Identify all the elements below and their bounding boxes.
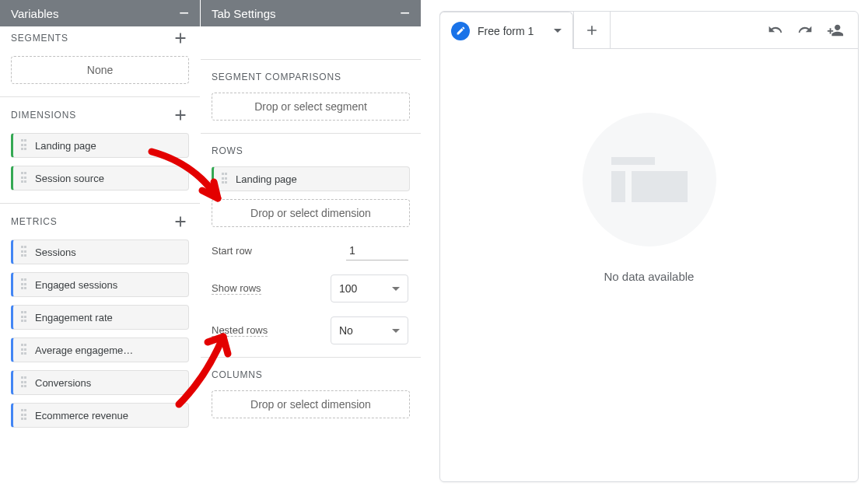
metrics-title: METRICS <box>11 216 58 227</box>
empty-illustration-icon <box>583 113 716 247</box>
nested-rows-label: Nested rows <box>212 324 268 337</box>
drag-handle-icon[interactable] <box>21 278 29 291</box>
drag-handle-icon[interactable] <box>21 172 29 184</box>
add-metric-button[interactable] <box>172 213 189 230</box>
share-user-icon[interactable] <box>827 22 844 39</box>
segments-section: SEGMENTS None <box>0 26 200 87</box>
drag-handle-icon[interactable] <box>21 311 29 323</box>
variables-title: Variables <box>11 7 58 20</box>
show-rows-value: 100 <box>339 282 357 295</box>
chip-label: Average engageme… <box>35 344 133 356</box>
report-canvas: Free form 1 No data available <box>439 11 859 482</box>
chip-label: Sessions <box>35 247 76 258</box>
metric-chip[interactable]: Engagement rate <box>11 305 189 330</box>
variables-header: Variables − <box>0 0 200 26</box>
add-segment-button[interactable] <box>172 30 189 47</box>
dimension-chip[interactable]: Landing page <box>11 133 189 158</box>
drag-handle-icon[interactable] <box>222 173 229 185</box>
segments-none: None <box>11 56 189 84</box>
active-tab[interactable]: Free form 1 <box>439 12 573 49</box>
rows-title: ROWS <box>212 145 243 156</box>
chip-label: Session source <box>35 173 104 184</box>
metric-chip[interactable]: Ecommerce revenue <box>11 403 189 428</box>
nested-rows-value: No <box>339 324 353 337</box>
start-row-input[interactable] <box>346 241 408 260</box>
chip-label: Engaged sessions <box>35 279 117 291</box>
row-dimension-chip[interactable]: Landing page <box>212 166 410 191</box>
drag-handle-icon[interactable] <box>21 246 29 258</box>
empty-state-message: No data available <box>604 270 695 283</box>
segment-dropzone[interactable]: Drop or select segment <box>212 93 410 121</box>
redo-icon[interactable] <box>797 22 813 37</box>
row-dimension-dropzone[interactable]: Drop or select dimension <box>212 199 410 227</box>
metric-chip[interactable]: Engaged sessions <box>11 272 189 297</box>
edit-icon[interactable] <box>451 22 470 40</box>
segment-comparisons-title: SEGMENT COMPARISONS <box>212 72 341 82</box>
start-row-label: Start row <box>212 245 252 257</box>
chevron-down-icon <box>392 287 400 291</box>
metrics-section: METRICS Sessions Engaged sessions Engage… <box>0 204 200 431</box>
metric-chip[interactable]: Sessions <box>11 240 189 264</box>
metric-chip[interactable]: Average engageme… <box>11 337 189 362</box>
show-rows-select[interactable]: 100 <box>331 274 408 302</box>
segment-comparisons-section: SEGMENT COMPARISONS Drop or select segme… <box>201 60 421 124</box>
undo-icon[interactable] <box>768 22 783 37</box>
segments-title: SEGMENTS <box>11 33 68 44</box>
chip-label: Engagement rate <box>35 312 113 323</box>
collapse-icon[interactable]: − <box>400 5 410 22</box>
dimensions-section: DIMENSIONS Landing page Session source <box>0 97 200 194</box>
collapse-icon[interactable]: − <box>179 5 189 22</box>
drag-handle-icon[interactable] <box>21 409 29 421</box>
nested-rows-select[interactable]: No <box>331 316 408 344</box>
drag-handle-icon[interactable] <box>21 344 29 356</box>
add-tab-button[interactable] <box>573 12 611 49</box>
tab-name-label: Free form 1 <box>478 25 534 37</box>
columns-title: COLUMNS <box>212 369 263 380</box>
tab-settings-title: Tab Settings <box>212 7 276 20</box>
chip-label: Landing page <box>236 173 297 185</box>
drag-handle-icon[interactable] <box>21 139 29 152</box>
chip-label: Ecommerce revenue <box>35 410 128 421</box>
columns-section: COLUMNS Drop or select dimension <box>201 358 421 421</box>
variables-panel: Variables − SEGMENTS None DIMENSIONS Lan… <box>0 0 201 500</box>
dimension-chip[interactable]: Session source <box>11 166 189 191</box>
tab-settings-header: Tab Settings − <box>201 0 421 26</box>
tab-settings-panel: Tab Settings − SEGMENT COMPARISONS Drop … <box>201 0 421 500</box>
dimensions-title: DIMENSIONS <box>11 110 76 121</box>
canvas-tab-bar: Free form 1 <box>440 12 858 49</box>
column-dimension-dropzone[interactable]: Drop or select dimension <box>212 390 410 418</box>
chevron-down-icon[interactable] <box>554 29 562 33</box>
canvas-column: Free form 1 No data available <box>421 0 868 500</box>
metric-chip[interactable]: Conversions <box>11 370 189 395</box>
drag-handle-icon[interactable] <box>21 376 29 389</box>
show-rows-label: Show rows <box>212 282 261 295</box>
empty-state: No data available <box>583 113 716 283</box>
chevron-down-icon <box>392 329 400 333</box>
chip-label: Landing page <box>35 140 96 152</box>
rows-section: ROWS Landing page Drop or select dimensi… <box>201 134 421 348</box>
add-dimension-button[interactable] <box>172 107 189 124</box>
chip-label: Conversions <box>35 377 91 389</box>
